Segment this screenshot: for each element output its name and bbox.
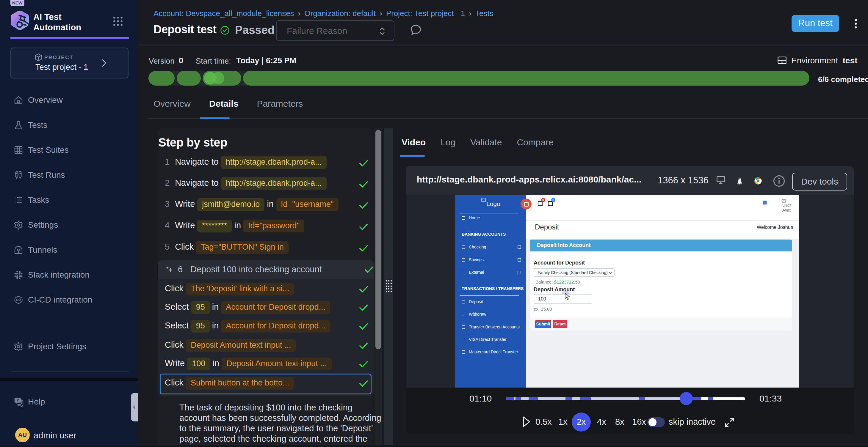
svg-text:?: ?: [17, 398, 19, 403]
